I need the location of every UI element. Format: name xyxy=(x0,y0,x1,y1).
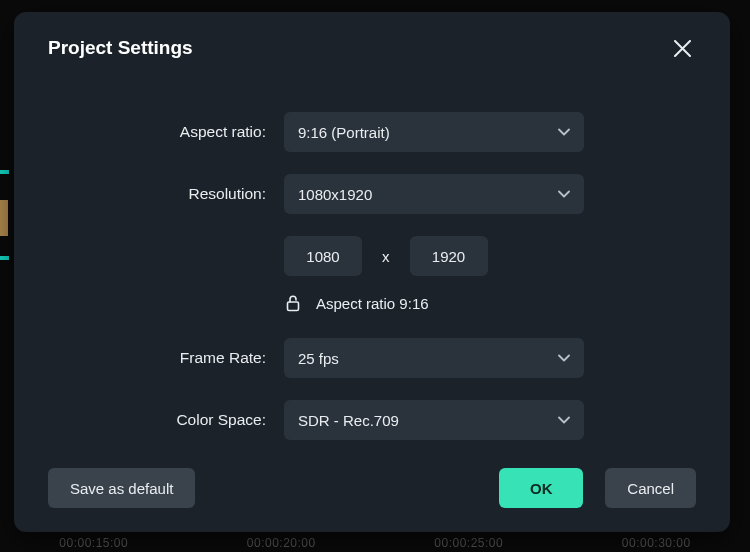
timeline-clip xyxy=(0,200,8,236)
timeline-tick: 00:00:15:00 xyxy=(59,536,128,550)
dimension-separator: x xyxy=(382,248,390,265)
aspect-ratio-row: Aspect ratio: 9:16 (Portrait) xyxy=(48,112,696,152)
resolution-row: Resolution: 1080x1920 xyxy=(48,174,696,214)
height-input[interactable]: 1920 xyxy=(410,236,488,276)
project-settings-modal: Project Settings Aspect ratio: 9:16 (Por… xyxy=(14,12,730,532)
color-space-row: Color Space: SDR - Rec.709 xyxy=(48,400,696,440)
lock-aspect-row: Aspect ratio 9:16 xyxy=(284,294,696,312)
resolution-value: 1080x1920 xyxy=(298,186,372,203)
frame-rate-select[interactable]: 25 fps xyxy=(284,338,584,378)
modal-footer: Save as default OK Cancel xyxy=(48,468,696,508)
aspect-ratio-select[interactable]: 9:16 (Portrait) xyxy=(284,112,584,152)
color-space-label: Color Space: xyxy=(48,411,284,429)
close-icon xyxy=(674,40,691,57)
footer-right-group: OK Cancel xyxy=(499,468,696,508)
aspect-ratio-label: Aspect ratio: xyxy=(48,123,284,141)
svg-rect-0 xyxy=(288,302,299,311)
frame-rate-value: 25 fps xyxy=(298,350,339,367)
color-space-select[interactable]: SDR - Rec.709 xyxy=(284,400,584,440)
timeline-tick: 00:00:20:00 xyxy=(247,536,316,550)
color-space-value: SDR - Rec.709 xyxy=(298,412,399,429)
frame-rate-row: Frame Rate: 25 fps xyxy=(48,338,696,378)
chevron-down-icon xyxy=(558,128,570,136)
timeline-tick: 00:00:30:00 xyxy=(622,536,691,550)
cancel-button[interactable]: Cancel xyxy=(605,468,696,508)
timeline-ruler: 00:00:15:00 00:00:20:00 00:00:25:00 00:0… xyxy=(0,536,750,550)
lock-aspect-text: Aspect ratio 9:16 xyxy=(316,295,429,312)
unlock-icon[interactable] xyxy=(284,294,302,312)
save-as-default-button[interactable]: Save as default xyxy=(48,468,195,508)
modal-header: Project Settings xyxy=(48,34,696,62)
resolution-select[interactable]: 1080x1920 xyxy=(284,174,584,214)
modal-title: Project Settings xyxy=(48,37,193,59)
frame-rate-label: Frame Rate: xyxy=(48,349,284,367)
chevron-down-icon xyxy=(558,416,570,424)
chevron-down-icon xyxy=(558,354,570,362)
ok-button[interactable]: OK xyxy=(499,468,583,508)
dimensions-row: 1080 x 1920 xyxy=(284,236,696,276)
form-area: Aspect ratio: 9:16 (Portrait) Resolution… xyxy=(48,112,696,440)
width-input[interactable]: 1080 xyxy=(284,236,362,276)
resolution-label: Resolution: xyxy=(48,185,284,203)
timeline-tick: 00:00:25:00 xyxy=(434,536,503,550)
close-button[interactable] xyxy=(668,34,696,62)
chevron-down-icon xyxy=(558,190,570,198)
aspect-ratio-value: 9:16 (Portrait) xyxy=(298,124,390,141)
